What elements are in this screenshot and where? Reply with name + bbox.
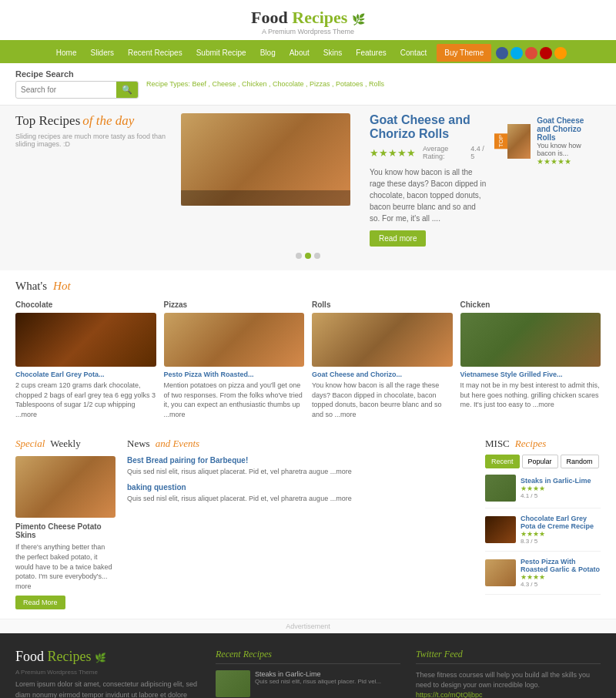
news-item-1: Best Bread pairing for Barbeque! Quis se… [127,456,474,477]
hot-name-pizza[interactable]: Pesto Pizza With Roasted... [164,371,305,378]
hot-category-pizza[interactable]: Pizzas [164,300,305,309]
facebook-icon[interactable] [496,47,508,59]
footer-tagline: A Premium Wordpress Theme [15,669,200,676]
featured-info: Goat Cheese and Chorizo Rolls ★★★★★ Aver… [358,113,487,247]
search-input-wrap: 🔍 [15,81,139,99]
featured-title[interactable]: Goat Cheese and Chorizo Rolls [370,113,487,141]
misc-rating-3: 4.3 / 5 [521,581,601,588]
slider-mini-image [507,124,531,159]
hot-item-chicken: Chicken Vietnamese Style Grilled Five...… [460,300,601,419]
footer-leaf-icon: 🌿 [95,653,106,663]
misc-image-2 [485,516,516,543]
search-button[interactable]: 🔍 [116,82,138,98]
hot-name-chicken[interactable]: Vietnamese Style Grilled Five... [460,371,601,378]
news-title-normal: News [127,438,150,449]
logo[interactable]: Food Recipes 🌿 A Premium Wordpress Theme [0,8,616,35]
hot-item-chocolate: Chocolate Chocolate Earl Grey Pota... 2 … [15,300,156,419]
youtube-icon[interactable] [540,47,552,59]
footer-desc: Lorem ipsum dolor sit amet, consectetur … [15,680,200,698]
hot-name-chocolate[interactable]: Chocolate Earl Grey Pota... [15,371,156,378]
buy-theme-button[interactable]: Buy Theme [437,44,491,62]
misc-name-2[interactable]: Chocolate Earl Grey Pota de Creme Recipe [521,515,601,530]
misc-tab-recent[interactable]: Recent [485,455,520,468]
main-nav: Home Sliders Recent Recipes Submit Recip… [0,42,616,63]
footer-logo: Food Recipes 🌿 [15,649,200,665]
search-input[interactable] [16,82,116,97]
misc-stars-1: ★★★★ [521,485,601,492]
footer-recent-title: Recent Recipes [216,649,400,664]
nav-skins[interactable]: Skins [316,42,349,63]
hot-image-rolls [312,313,453,367]
footer: Food Recipes 🌿 A Premium Wordpress Theme… [0,633,616,698]
misc-tab-random[interactable]: Random [561,455,599,468]
hot-category-chicken[interactable]: Chicken [460,300,601,309]
search-bar: Recipe Search 🔍 Recipe Types: Beef , Che… [0,63,616,106]
misc-rating-2: 8.3 / 5 [521,538,601,545]
slider-dot-1[interactable] [296,253,302,259]
misc-image-1 [485,475,516,502]
news-desc-1: Quis sed nisl elit, risus aliquet placer… [127,467,474,477]
news-title-2[interactable]: baking question [127,483,474,492]
misc-item-1: Steaks in Garlic-Lime ★★★★ 4.1 / 5 [485,475,601,508]
news-events-col: News and Events Best Bread pairing for B… [127,438,474,609]
logo-leaf-icon: 🌿 [352,14,365,25]
misc-tab-popular[interactable]: Popular [522,455,558,468]
slider-tag: TOP [494,133,507,149]
footer-tweet-link-1[interactable]: https://t.co/mQtQljbpc [416,691,483,698]
featured-rating-label: Average Rating: [423,145,464,160]
nav-recent-recipes[interactable]: Recent Recipes [121,42,189,63]
hot-image-chocolate [15,313,156,367]
misc-tabs: Recent Popular Random [485,455,601,468]
news-title-italic: and Events [156,438,199,449]
weekly-title-italic: Special [15,438,45,449]
hot-image-chicken [460,313,601,367]
footer-col-twitter: Twitter Feed These fitness courses will … [416,649,601,698]
read-more-button[interactable]: Read more [370,230,426,247]
news-title-1[interactable]: Best Bread pairing for Barbeque! [127,456,474,465]
nav-about[interactable]: About [283,42,316,63]
footer-tweet-1: These fitness courses will help you buil… [416,670,601,698]
whats-hot-title-italic: Hot [53,280,71,292]
nav-submit-recipe[interactable]: Submit Recipe [189,42,253,63]
misc-name-3[interactable]: Pesto Pizza With Roasted Garlic & Potato [521,558,601,573]
nav-home[interactable]: Home [49,42,84,63]
slider-dot-3[interactable] [314,253,320,259]
nav-features[interactable]: Features [349,42,393,63]
misc-name-1[interactable]: Steaks in Garlic-Lime [521,477,601,485]
site-header: Food Recipes 🌿 A Premium Wordpress Theme [0,0,616,42]
misc-item-2: Chocolate Earl Grey Pota de Creme Recipe… [485,515,601,552]
misc-info-3: Pesto Pizza With Roasted Garlic & Potato… [521,558,601,588]
slider-section: Top Recipes of the day Sliding recipes a… [0,106,616,270]
weekly-read-more-button[interactable]: Read More [15,596,65,609]
hot-name-rolls[interactable]: Goat Cheese and Chorizo... [312,371,453,378]
slider-mini-stars: ★★★★★ [537,157,594,166]
slider-dot-2[interactable] [305,253,311,259]
googleplus-icon[interactable] [525,47,537,59]
misc-item-3: Pesto Pizza With Roasted Garlic & Potato… [485,558,601,595]
slider-mini-title[interactable]: Goat Cheese and Chorizo Rolls [537,116,594,142]
news-item-2: baking question Quis sed nisl elit, risu… [127,483,474,504]
featured-desc: You know how bacon is all the rage these… [370,166,487,224]
nav-blog[interactable]: Blog [253,42,283,63]
weekly-special-col: Special Weekly Pimento Cheese Potato Ski… [15,438,116,609]
hot-item-rolls: Rolls Goat Cheese and Chorizo... You kno… [312,300,453,419]
logo-tagline: A Premium Wordpress Theme [0,28,616,35]
rss-icon[interactable] [554,47,567,59]
nav-sliders[interactable]: Sliders [83,42,121,63]
hot-category-rolls[interactable]: Rolls [312,300,453,309]
misc-rating-1: 4.1 / 5 [521,492,601,499]
weekly-desc: If there's anything better than the perf… [15,542,116,591]
footer-recipe-name-1[interactable]: Steaks in Garlic-Lime [255,670,400,678]
nav-contact[interactable]: Contact [393,42,434,63]
misc-stars-2: ★★★★ [521,530,601,538]
misc-stars-3: ★★★★ [521,573,601,581]
weekly-item-name[interactable]: Pimento Cheese Potato Skins [15,522,116,539]
hot-category-chocolate[interactable]: Chocolate [15,300,156,309]
hot-image-pizza [164,313,305,367]
footer-col-recent: Recent Recipes Steaks in Garlic-Lime Qui… [216,649,400,698]
weekly-image [15,456,116,518]
news-desc-2: Quis sed nisl elit, risus aliquet placer… [127,494,474,504]
hot-desc-chocolate: 2 cups cream 120 grams dark chocolate, c… [15,381,156,419]
twitter-icon[interactable] [511,47,523,59]
footer-col-about: Food Recipes 🌿 A Premium Wordpress Theme… [15,649,200,698]
